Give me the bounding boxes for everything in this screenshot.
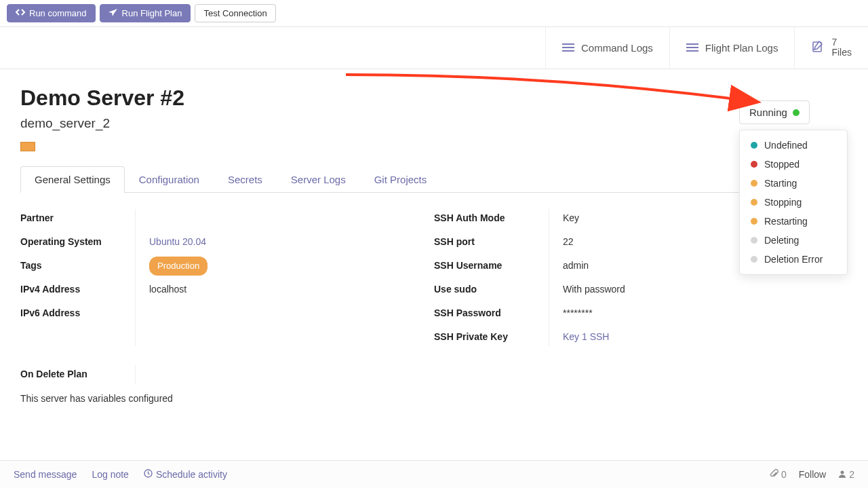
- value-os[interactable]: Ubuntu 20.04: [149, 233, 271, 251]
- plane-icon: [108, 8, 118, 18]
- code-icon: [16, 8, 25, 18]
- variables-note: This server has variables configured: [20, 393, 848, 404]
- status-dot-icon: [751, 180, 757, 187]
- status-option-undefined[interactable]: Undefined: [740, 136, 847, 155]
- status-option-stopping[interactable]: Stopping: [740, 193, 847, 212]
- files-nav[interactable]: 7 Files: [794, 27, 868, 69]
- status-option-label: Starting: [764, 178, 797, 189]
- on-delete-row: On Delete Plan: [20, 365, 848, 383]
- label-ipv4: IPv4 Address: [20, 280, 115, 299]
- server-title: Demo Server #2: [20, 86, 848, 111]
- status-dropdown: UndefinedStoppedStartingStoppingRestarti…: [739, 130, 848, 275]
- status-option-deleting[interactable]: Deleting: [740, 231, 847, 250]
- test-connection-label: Test Connection: [203, 8, 267, 18]
- label-sudo: Use sudo: [434, 280, 528, 299]
- status-dot-icon: [751, 161, 757, 168]
- send-message-link[interactable]: Send message: [14, 469, 77, 480]
- follow-link[interactable]: Follow: [799, 469, 826, 480]
- label-ssh-user: SSH Username: [434, 257, 528, 275]
- tab-configuration[interactable]: Configuration: [125, 166, 214, 193]
- followers-indicator[interactable]: 2: [838, 469, 854, 480]
- server-color-chip[interactable]: [20, 142, 35, 151]
- schedule-activity-label: Schedule activity: [156, 469, 227, 480]
- label-os: Operating System: [20, 233, 115, 251]
- label-ssh-pass: SSH Password: [434, 304, 528, 322]
- value-tags: Production: [149, 257, 271, 275]
- status-option-label: Stopped: [764, 159, 800, 170]
- value-ssh-pass: ********: [563, 304, 685, 322]
- flight-plan-logs-nav[interactable]: Flight Plan Logs: [669, 27, 795, 69]
- status-dot-icon: [751, 142, 757, 149]
- status-area: Running UndefinedStoppedStartingStopping…: [739, 100, 848, 275]
- label-ipv6: IPv6 Address: [20, 304, 115, 322]
- status-option-label: Deletion Error: [764, 254, 823, 265]
- status-dot-icon: [751, 256, 757, 263]
- list-icon: [686, 43, 698, 52]
- value-ssh-auth: Key: [563, 209, 685, 227]
- status-option-stopped[interactable]: Stopped: [740, 155, 847, 174]
- run-flight-plan-label: Run Flight Plan: [122, 8, 182, 18]
- value-partner: [149, 209, 271, 227]
- tag-pill[interactable]: Production: [149, 257, 208, 276]
- clock-icon: [144, 469, 153, 480]
- paperclip-icon: [770, 469, 778, 480]
- label-tags: Tags: [20, 257, 115, 275]
- tab-general-settings[interactable]: General Settings: [20, 166, 125, 193]
- files-label: Files: [831, 48, 852, 58]
- status-button[interactable]: Running: [739, 100, 810, 124]
- action-bar: Run command Run Flight Plan Test Connect…: [0, 0, 868, 27]
- run-command-button[interactable]: Run command: [7, 4, 96, 22]
- files-count: 7: [831, 37, 852, 48]
- run-command-label: Run command: [29, 8, 87, 18]
- sub-header: Command Logs Flight Plan Logs 7 Files: [0, 27, 868, 69]
- details-left: Partner Operating System Tags IPv4 Addre…: [20, 209, 271, 346]
- edit-icon: [811, 40, 825, 56]
- status-option-label: Undefined: [764, 140, 808, 151]
- attachments-indicator[interactable]: 0: [770, 469, 787, 480]
- status-option-label: Restarting: [764, 216, 808, 227]
- status-option-label: Stopping: [764, 197, 802, 208]
- test-connection-button[interactable]: Test Connection: [195, 4, 275, 22]
- run-flight-plan-button[interactable]: Run Flight Plan: [100, 4, 191, 22]
- footer: Send message Log note Schedule activity …: [0, 460, 868, 488]
- status-dot-icon: [751, 199, 757, 206]
- content-area: Demo Server #2 demo_server_2 General Set…: [0, 69, 868, 404]
- list-icon: [562, 43, 574, 52]
- followers-count: 2: [849, 469, 854, 480]
- value-ssh-key[interactable]: Key 1 SSH: [563, 328, 685, 346]
- status-dot-icon: [793, 109, 800, 116]
- status-current-label: Running: [749, 107, 787, 118]
- label-ssh-key: SSH Private Key: [434, 328, 528, 346]
- label-ssh-auth: SSH Auth Mode: [434, 209, 528, 227]
- tab-secrets[interactable]: Secrets: [214, 166, 277, 193]
- person-icon: [838, 469, 846, 480]
- command-logs-label: Command Logs: [581, 42, 653, 54]
- server-slug: demo_server_2: [20, 116, 848, 131]
- command-logs-nav[interactable]: Command Logs: [545, 27, 669, 69]
- details-section: Partner Operating System Tags IPv4 Addre…: [20, 209, 848, 346]
- value-ipv4: localhost: [149, 280, 271, 299]
- value-ssh-user: admin: [563, 257, 685, 275]
- status-option-label: Deleting: [764, 235, 799, 246]
- status-option-starting[interactable]: Starting: [740, 174, 847, 193]
- value-ssh-port: 22: [563, 233, 685, 251]
- svg-point-3: [841, 471, 844, 474]
- label-ssh-port: SSH port: [434, 233, 528, 251]
- tab-server-logs[interactable]: Server Logs: [277, 166, 360, 193]
- status-dot-icon: [751, 237, 757, 244]
- flight-plan-logs-label: Flight Plan Logs: [705, 42, 778, 54]
- value-ipv6: [149, 304, 271, 322]
- value-sudo: With password: [563, 280, 685, 299]
- attachments-count: 0: [781, 469, 787, 480]
- log-note-link[interactable]: Log note: [92, 469, 129, 480]
- tab-git-projects[interactable]: Git Projects: [360, 166, 441, 193]
- tabs: General Settings Configuration Secrets S…: [20, 166, 848, 193]
- details-right: SSH Auth Mode SSH port SSH Username Use …: [434, 209, 685, 346]
- schedule-activity-link[interactable]: Schedule activity: [144, 469, 227, 480]
- status-dot-icon: [751, 218, 757, 225]
- label-partner: Partner: [20, 209, 115, 227]
- label-on-delete: On Delete Plan: [20, 365, 136, 383]
- status-option-restarting[interactable]: Restarting: [740, 212, 847, 231]
- status-option-deletion-error[interactable]: Deletion Error: [740, 250, 847, 269]
